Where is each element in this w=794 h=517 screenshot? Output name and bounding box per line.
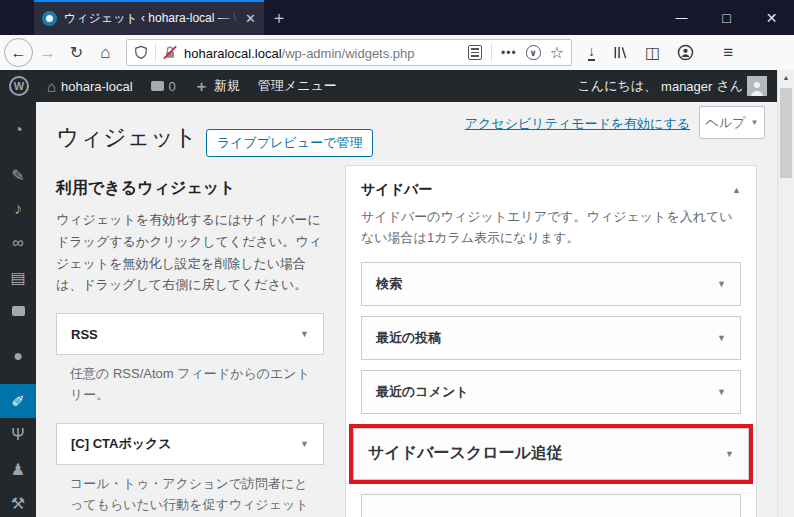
wrench-icon: ⚒ [11,494,25,513]
new-tab-button[interactable]: ＋ [264,0,294,35]
reload-button[interactable]: ↻ [62,38,91,67]
sidebar-area-description: サイドバーのウィジットエリアです。ウィジェットを入れていない場合は1カラム表示に… [346,207,756,249]
sidebar-widgets-list: 検索 ▼ 最近の投稿 ▼ 最近のコメント ▼ サイドバースクロール追従 ▼ [346,249,756,517]
widget-row-partial[interactable] [361,494,741,517]
bookmark-star-icon[interactable]: ☆ [550,43,564,62]
menu-dashboard[interactable]: ◔ [0,113,36,147]
admin-menu-item[interactable]: 管理メニュー [249,70,346,102]
chevron-down-icon: ▼ [751,118,759,127]
reader-mode-icon[interactable] [468,45,482,60]
admin-menu-label: 管理メニュー [258,77,337,95]
tab-close-icon[interactable]: ✕ [245,11,256,26]
url-domain: hoharalocal.local [184,46,282,61]
chevron-down-icon[interactable]: ▼ [725,449,734,459]
user-avatar [747,76,767,96]
back-button[interactable]: ← [4,38,33,67]
site-favicon-icon [42,11,57,26]
user-name: manager [661,79,712,94]
chevron-down-icon[interactable]: ▼ [717,333,726,343]
sidebar-area-heading: サイドバー [361,181,432,199]
live-preview-button[interactable]: ライブプレビューで管理 [206,129,373,157]
greeting-text: こんにちは、 [578,77,658,95]
widget-row-search[interactable]: 検索 ▼ [361,262,741,306]
widget-row-title: サイドバースクロール追従 [368,443,563,464]
new-content-menu[interactable]: ＋ 新規 [185,70,249,102]
links-chain-icon: ∞ [12,234,23,252]
media-icon: ♪ [14,200,22,218]
window-close-button[interactable]: ✕ [749,0,794,35]
widget-card-rss[interactable]: RSS ▼ [56,313,324,355]
page-actions-icon[interactable]: ••• [501,46,517,60]
menu-appearance-active[interactable]: ✐ [0,384,36,418]
insecure-lock-icon[interactable] [163,45,177,60]
pocket-icon[interactable]: ∨ [526,45,541,60]
help-label: ヘルプ [706,114,746,132]
widget-row-title: 最近のコメント [376,383,469,401]
chevron-down-icon[interactable]: ▼ [717,279,726,289]
widget-description: 任意の RSS/Atom フィードからのエントリー。 [56,364,324,406]
forward-button[interactable]: → [33,38,62,67]
tracking-shield-icon[interactable] [134,45,148,60]
circle-icon: ● [13,347,23,365]
menu-tools[interactable]: ⚒ [0,486,36,517]
available-widgets-panel: 利用できるウィジェット ウィジェットを有効化するにはサイドバーにドラッグするかク… [56,178,324,517]
wp-logo-menu[interactable]: W [0,70,38,102]
widget-row-recent-comments[interactable]: 最近のコメント ▼ [361,370,741,414]
comment-bubble-icon [151,81,164,91]
scrollbar-thumb[interactable] [780,88,792,178]
dashboard-icon: ◔ [13,121,23,139]
comments-bubble-icon [12,306,25,316]
window-minimize-button[interactable]: — [659,0,704,35]
window-maximize-button[interactable]: □ [704,0,749,35]
menu-media[interactable]: ♪ [0,192,36,226]
help-button[interactable]: ヘルプ ▼ [699,106,765,139]
chevron-down-icon[interactable]: ▼ [300,439,309,449]
sidebar-area-header[interactable]: サイドバー ▲ [346,166,756,207]
menu-users[interactable]: ♟ [0,452,36,486]
menu-links[interactable]: ∞ [0,226,36,260]
user-suffix: さん [716,77,743,95]
urlbar-divider [155,44,156,61]
chevron-down-icon[interactable]: ▼ [717,387,726,397]
widgets-page: ウィジェット ライブプレビューで管理 アクセシビリティモードを有効にする ヘルプ… [36,102,777,517]
widget-row-sidebar-scroll-follow[interactable]: サイドバースクロール追従 ▼ [353,428,749,480]
url-path: /wp-admin/widgets.php [282,46,415,61]
library-icon[interactable] [612,45,628,60]
page-scrollbar[interactable]: ▲ [777,70,794,517]
toolbar-icons: ↓ ◫ ≡ [588,43,747,63]
site-name-menu[interactable]: ⌂ hohara-local [38,70,142,102]
comment-count: 0 [169,79,176,94]
browser-window: ウィジェット ‹ hohara-local — Wor ✕ ＋ — □ ✕ ← … [0,0,794,517]
users-icon: ♟ [11,460,25,479]
chevron-up-icon[interactable]: ▲ [732,185,741,195]
tab-title: ウィジェット ‹ hohara-local — Wor [64,10,238,27]
accessibility-mode-link[interactable]: アクセシビリティモードを有効にする [465,115,690,133]
url-bar[interactable]: hoharalocal.local/wp-admin/widgets.php •… [126,39,572,66]
browser-navbar: ← → ↻ ⌂ hoharalocal.local/wp-admin/widge… [0,35,794,70]
menu-comments[interactable] [0,294,36,328]
menu-custom[interactable]: ● [0,339,36,373]
menu-hamburger-icon[interactable]: ≡ [723,43,733,63]
menu-posts[interactable]: ✎ [0,158,36,192]
chevron-down-icon[interactable]: ▼ [300,329,309,339]
plugin-icon: Ψ [11,426,24,444]
sidebar-toggle-icon[interactable]: ◫ [645,45,660,61]
scroll-up-arrow-icon[interactable]: ▲ [778,70,794,85]
account-menu[interactable]: こんにちは、 manager さん [578,76,777,96]
comments-menu[interactable]: 0 [142,70,185,102]
widget-title: RSS [71,327,98,342]
browser-titlebar: ウィジェット ‹ hohara-local — Wor ✕ ＋ — □ ✕ [0,0,794,35]
menu-pages[interactable]: ▤ [0,260,36,294]
page-title: ウィジェット [56,122,197,153]
browser-tab[interactable]: ウィジェット ‹ hohara-local — Wor ✕ [34,0,264,35]
widget-description: コール・トゥ・アクションで訪問者にとってもらいたい行動を促すウィジェットです。 [56,474,324,517]
available-widgets-heading: 利用できるウィジェット [56,178,324,199]
home-button[interactable]: ⌂ [91,38,120,67]
widget-row-recent-posts[interactable]: 最近の投稿 ▼ [361,316,741,360]
account-icon[interactable] [677,44,694,61]
widget-card-cta-box[interactable]: [C] CTAボックス ▼ [56,423,324,465]
downloads-icon[interactable]: ↓ [588,44,595,61]
widget-title: [C] CTAボックス [71,435,172,453]
wp-admin-sidebar-menu: ◔ ✎ ♪ ∞ ▤ ● ✐ Ψ ♟ ⚒ [0,102,36,517]
menu-plugins[interactable]: Ψ [0,418,36,452]
